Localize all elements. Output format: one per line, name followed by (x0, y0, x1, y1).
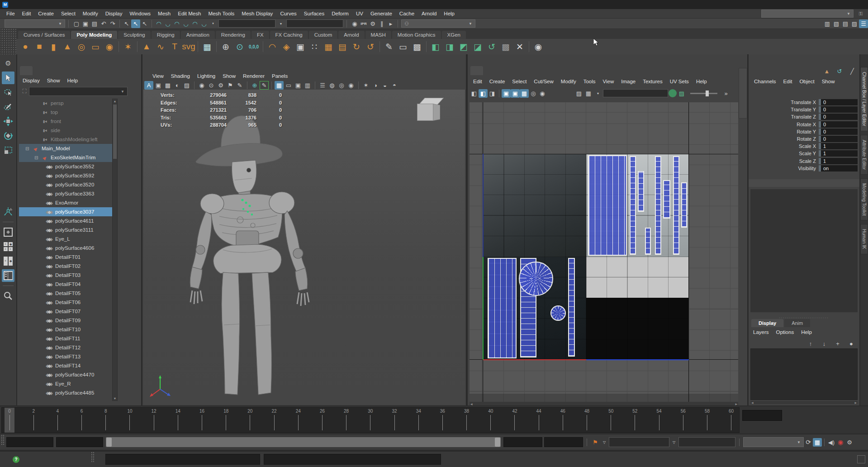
uv-shell[interactable] (488, 258, 517, 358)
layer-list[interactable] (750, 348, 858, 400)
menu-item[interactable]: File (3, 11, 19, 16)
outliner-row[interactable]: DetailFT14 (19, 361, 112, 370)
uv-texture-name-field[interactable] (603, 89, 668, 97)
timeline-tick[interactable]: 50 (605, 409, 617, 430)
menu-item[interactable]: Help (64, 78, 82, 83)
sidebar-modeling-toolkit-icon[interactable]: ▨ (850, 19, 859, 28)
frame-selected-icon[interactable]: ▣ (154, 81, 163, 90)
time-slider-ruler[interactable]: 0246810121416182022242628303234363840424… (1, 407, 740, 433)
svg-tool-icon[interactable]: svg (182, 40, 195, 53)
channel-graph-icon[interactable]: ╱ (848, 67, 857, 76)
uv-editor-tab[interactable] (470, 66, 483, 75)
expander-icon[interactable]: ⊟ (25, 146, 32, 151)
align-tool-icon[interactable]: ⊕ (219, 40, 232, 53)
mash-grid-icon[interactable]: ▦ (201, 40, 213, 53)
channel-attribute-row[interactable]: Scale Z 1 (749, 157, 858, 165)
outliner-row[interactable]: polySurface4606 (19, 243, 112, 253)
undo-icon[interactable]: ↶ (99, 19, 108, 28)
tk-select-icon[interactable]: ◧ (429, 40, 442, 53)
rgb-channels-icon[interactable] (669, 89, 677, 97)
timeline-tick[interactable]: 58 (701, 409, 713, 430)
sidebar-vertical-tab[interactable]: Modeling Toolkit (860, 178, 868, 221)
uv-checker-icon[interactable]: ▦ (520, 89, 529, 98)
shelf-icon[interactable] (119, 41, 119, 52)
timeline-tick[interactable]: 54 (653, 409, 665, 430)
timeline-tick[interactable]: 14 (172, 409, 184, 430)
grid-icon[interactable]: ▦ (275, 81, 284, 90)
shelf-tab[interactable]: Poly Modeling (71, 31, 117, 39)
record-icon[interactable]: ◉ (836, 438, 845, 447)
timeline-tick[interactable]: 42 (509, 409, 521, 430)
timeline-tick[interactable]: 6 (76, 409, 88, 430)
menu-item[interactable]: Modify (557, 79, 580, 84)
select-tool-button[interactable] (2, 71, 14, 84)
shelf-tab[interactable]: Sculpting (118, 31, 150, 39)
checker-map-icon[interactable]: ▩ (499, 40, 512, 53)
outliner-row[interactable]: DetailFT11 (19, 334, 112, 343)
shape-node-row[interactable] (749, 179, 859, 187)
attribute-value-field[interactable]: 1 (819, 150, 858, 157)
script-editor-icon[interactable] (857, 455, 865, 463)
redo-icon[interactable]: ↷ (108, 19, 117, 28)
menu-item[interactable]: Select (508, 79, 530, 84)
new-empty-layer-icon[interactable]: + (833, 339, 842, 348)
menu-item[interactable]: Display (19, 78, 43, 83)
menu-item[interactable]: Help (440, 11, 458, 16)
timeline-tick[interactable]: 20 (244, 409, 256, 430)
uv-grid-icon[interactable]: ▣ (502, 89, 511, 98)
outliner-row[interactable]: Eye_L (19, 234, 112, 243)
shelf-icon[interactable] (379, 41, 380, 52)
menu-item[interactable]: Help (797, 329, 816, 335)
anim-layer-field[interactable] (678, 437, 735, 447)
attribute-value-field[interactable]: 0 (819, 121, 858, 128)
open-scene-icon[interactable]: ▣ (81, 19, 90, 28)
uv-shell[interactable] (645, 228, 651, 255)
uv-shell[interactable] (568, 258, 575, 357)
channel-attribute-row[interactable]: Scale X 1 (749, 143, 858, 150)
attribute-value-field[interactable]: 0 (819, 106, 858, 113)
attribute-value-field[interactable]: 1 (819, 143, 858, 149)
snap-surface-icon[interactable]: ◡ (199, 19, 209, 28)
uv-horizontal-scrollbar[interactable]: ◀▶ (470, 402, 738, 405)
lasso-tool-button[interactable] (2, 86, 14, 99)
spin-edge-ccw-icon[interactable]: ↺ (364, 40, 377, 53)
uv-canvas[interactable] (470, 102, 738, 402)
character-set-select[interactable]: ⚇▼ (401, 19, 475, 28)
save-scene-icon[interactable]: ▤ (90, 19, 99, 28)
ipr-render-icon[interactable]: IPR (359, 19, 368, 28)
uv-exposure-slider[interactable] (690, 93, 717, 94)
character-set-dropdown-icon[interactable]: ▽ (600, 438, 609, 447)
uv-shell[interactable] (681, 182, 687, 228)
playback-end-field[interactable] (503, 437, 542, 447)
multi-cut-icon[interactable]: ▣ (294, 40, 307, 53)
timeline-tick[interactable]: 60 (726, 409, 737, 430)
menu-item[interactable]: Create (34, 11, 57, 16)
workspace-lock-icon[interactable]: ⚿ (856, 10, 865, 18)
mel-command-input[interactable] (105, 454, 260, 465)
outliner-row[interactable]: DetailFT10 (19, 325, 112, 334)
outliner-row[interactable]: polySurface3520 (19, 180, 112, 189)
snap-grid-icon[interactable]: ◠ (154, 19, 163, 28)
film-gate-icon[interactable]: ▭ (284, 81, 293, 90)
menu-item[interactable]: Layers (749, 329, 773, 335)
shadows-icon[interactable]: ◑ (371, 81, 380, 90)
menu-item[interactable]: Deform (328, 11, 352, 16)
shelf-icon[interactable] (137, 41, 138, 52)
shelf-icon[interactable] (216, 41, 217, 52)
animation-end-field[interactable] (544, 437, 583, 447)
uv-image-display-icon[interactable]: ▨ (574, 89, 583, 98)
menu-item[interactable]: Options (773, 329, 798, 335)
uv-shell[interactable] (673, 156, 679, 255)
channel-attribute-row[interactable]: Rotate X 0 (749, 121, 858, 128)
outliner-search-input[interactable]: ▼ (29, 87, 128, 96)
uv-shell[interactable] (638, 171, 644, 212)
uv-shell-circle[interactable] (550, 305, 566, 321)
layer-editor-splitter[interactable]: .......................... (749, 315, 859, 319)
curve-wrap-icon[interactable]: ◠ (266, 40, 279, 53)
outliner-row[interactable]: persp (19, 99, 112, 108)
toolbar-icon[interactable] (358, 81, 359, 89)
menu-item[interactable]: Display (102, 11, 126, 16)
menu-item[interactable]: Image (617, 79, 639, 84)
timeline-tick[interactable]: 32 (389, 409, 400, 430)
shelf-tab[interactable]: FX (251, 31, 269, 39)
